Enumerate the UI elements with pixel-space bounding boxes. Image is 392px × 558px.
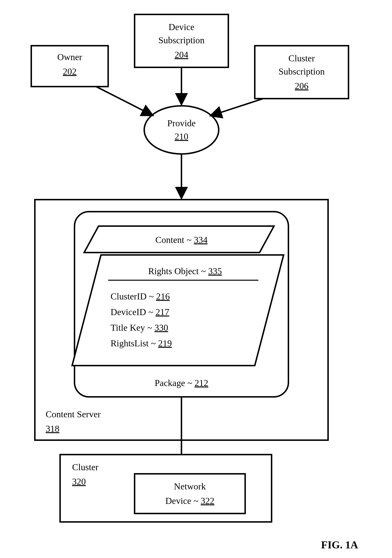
svg-text:320: 320 — [72, 477, 86, 487]
content-server-label: Content Server — [46, 409, 101, 419]
rights-field-1-ref: 217 — [155, 307, 169, 317]
svg-text:Device: Device — [169, 22, 195, 32]
svg-text:210: 210 — [175, 131, 188, 141]
rights-object-ref: 335 — [208, 266, 222, 276]
svg-text:Content  ~ 334: Content ~ 334 — [155, 235, 208, 245]
provide-ref: 210 — [175, 131, 188, 141]
cluster-ref: 320 — [72, 477, 86, 487]
rights-field-2-ref: 330 — [154, 323, 168, 333]
svg-rect-31 — [135, 474, 245, 514]
device-sub-ref: 204 — [175, 50, 188, 60]
svg-text:Owner: Owner — [57, 52, 82, 62]
svg-text:Package  ~ 212: Package ~ 212 — [154, 378, 208, 388]
owner-label: Owner — [57, 52, 82, 62]
svg-text:206: 206 — [295, 81, 309, 91]
rights-field-0-ref: 216 — [156, 291, 170, 301]
rights-field-1-label: DeviceID — [111, 307, 146, 317]
network-device-box: Network Device ~ 322 — [135, 474, 245, 514]
owner-box: Owner 202 — [31, 46, 108, 87]
figure-label: FIG. 1A — [321, 539, 358, 551]
cluster-label: Cluster — [72, 462, 99, 472]
svg-text:204: 204 — [175, 50, 188, 60]
svg-text:ClusterID ~ 216: ClusterID ~ 216 — [111, 291, 170, 301]
rights-field-3-label: RightsList — [111, 338, 149, 348]
cluster-sub-line1: Cluster — [288, 53, 315, 63]
network-device-line1: Network — [174, 481, 206, 491]
svg-text:Subscription: Subscription — [279, 66, 325, 77]
content-ref: 334 — [194, 235, 207, 245]
content-server-ref: 318 — [46, 424, 59, 434]
diagram-canvas: Owner 202 Device Subscription 204 Cluste… — [0, 0, 392, 558]
content-parallelogram: Content ~ 334 — [84, 226, 274, 253]
package-ref: 212 — [195, 378, 208, 388]
svg-text:318: 318 — [46, 424, 59, 434]
owner-ref: 202 — [63, 66, 77, 77]
arrow-clustersub-to-provide — [212, 99, 263, 115]
svg-text:FIG. 1A: FIG. 1A — [321, 539, 358, 551]
rights-field-3-ref: 219 — [158, 338, 172, 348]
svg-point-11 — [144, 106, 219, 154]
svg-text:Device  ~ 322: Device ~ 322 — [165, 496, 214, 506]
network-device-line2: Device — [165, 496, 191, 506]
svg-text:Provide: Provide — [167, 118, 196, 128]
device-sub-line2: Subscription — [158, 35, 205, 45]
svg-text:Title Key ~ 330: Title Key ~ 330 — [111, 323, 168, 333]
svg-text:Content Server: Content Server — [46, 409, 101, 419]
svg-text:Subscription: Subscription — [158, 35, 205, 45]
rights-field-2-label: Title Key — [111, 323, 145, 333]
rights-object-parallelogram: Rights Object ~ 335 ClusterID ~ 216 Devi… — [72, 255, 284, 366]
provide-label: Provide — [167, 118, 196, 128]
device-sub-line1: Device — [169, 22, 195, 32]
svg-text:Network: Network — [174, 481, 206, 491]
svg-text:Cluster: Cluster — [288, 53, 315, 63]
cluster-sub-ref: 206 — [295, 81, 309, 91]
svg-text:202: 202 — [63, 66, 77, 77]
package-label: Package — [154, 378, 185, 388]
svg-text:Cluster: Cluster — [72, 462, 99, 472]
svg-text:RightsList ~ 219: RightsList ~ 219 — [111, 338, 172, 348]
network-device-ref: 322 — [201, 496, 214, 506]
device-subscription-box: Device Subscription 204 — [135, 14, 228, 67]
rights-field-0-label: ClusterID — [111, 291, 147, 301]
svg-text:DeviceID ~ 217: DeviceID ~ 217 — [111, 307, 169, 317]
cluster-sub-line2: Subscription — [279, 66, 325, 77]
provide-node: Provide 210 — [144, 106, 219, 154]
svg-text:Rights Object ~ 335: Rights Object ~ 335 — [148, 266, 222, 276]
cluster-subscription-box: Cluster Subscription 206 — [255, 46, 349, 99]
rights-object-label: Rights Object — [148, 266, 199, 276]
content-label: Content — [155, 235, 185, 245]
arrow-owner-to-provide — [96, 87, 152, 115]
